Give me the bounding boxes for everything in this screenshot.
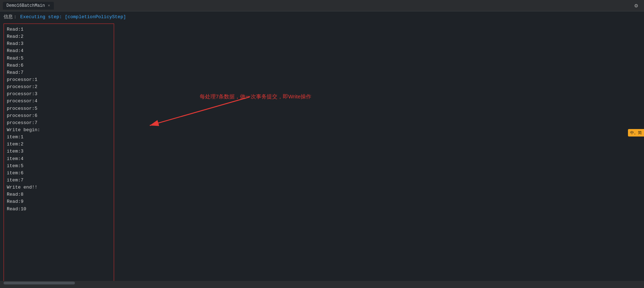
svg-line-1 — [150, 97, 250, 125]
console-line: item:2 — [7, 141, 111, 148]
console-line: processor:7 — [7, 119, 111, 127]
tab-close-icon[interactable]: × — [48, 4, 50, 8]
annotation-text: 每处理7条数据，做一次事务提交，即Write操作 — [200, 93, 311, 100]
annotation-container: 每处理7条数据，做一次事务提交，即Write操作 — [128, 93, 378, 136]
title-bar-right: ⚙ — [631, 1, 641, 11]
tab-demo16[interactable]: Demo16BatchMain × — [3, 2, 54, 10]
console-line: Read:6 — [7, 62, 111, 69]
settings-button[interactable]: ⚙ — [631, 1, 641, 11]
console-line: processor:6 — [7, 112, 111, 119]
annotation-area: 每处理7条数据，做一次事务提交，即Write操作 中。简 — [114, 22, 644, 280]
console-line: item:7 — [7, 177, 111, 184]
console-line: processor:4 — [7, 98, 111, 105]
console-line: processor:2 — [7, 83, 111, 91]
console-line: Write end!! — [7, 184, 111, 191]
title-bar: Demo16BatchMain × ⚙ — [0, 0, 644, 11]
console-line: Read:7 — [7, 69, 111, 76]
tab-label: Demo16BatchMain — [6, 3, 45, 8]
arrow-svg — [121, 79, 264, 136]
console-line: Read:8 — [7, 191, 111, 198]
language-badge: 中。简 — [628, 129, 644, 137]
title-bar-left: Demo16BatchMain × — [3, 2, 54, 10]
status-value: Executing step: [completionPolicyStep] — [20, 14, 126, 20]
bottom-bar — [0, 281, 644, 288]
console-line: item:6 — [7, 170, 111, 177]
console-line: Read:5 — [7, 55, 111, 62]
status-info-bar: 信息： Executing step: [completionPolicySte… — [0, 11, 644, 22]
gear-icon: ⚙ — [634, 2, 638, 9]
console-line: processor:1 — [7, 76, 111, 83]
scrollbar-thumb[interactable] — [4, 282, 75, 284]
console-line: Read:3 — [7, 40, 111, 47]
console-line: processor:3 — [7, 91, 111, 98]
console-line: item:3 — [7, 148, 111, 155]
console-line: item:4 — [7, 155, 111, 163]
console-line: Read:10 — [7, 206, 111, 213]
console-line: Read:9 — [7, 198, 111, 205]
main-content: Read:1Read:2Read:3Read:4Read:5Read:6Read… — [0, 22, 644, 280]
console-line: item:5 — [7, 163, 111, 170]
console-line: processor:5 — [7, 105, 111, 112]
console-line: Read:1 — [7, 26, 111, 33]
console-line: Write begin: — [7, 127, 111, 134]
console-line: Read:4 — [7, 47, 111, 55]
console-line: item:1 — [7, 134, 111, 141]
console-panel[interactable]: Read:1Read:2Read:3Read:4Read:5Read:6Read… — [4, 24, 114, 282]
status-label: 信息： — [4, 14, 17, 20]
lang-badge-text: 中。简 — [630, 130, 642, 135]
console-line: Read:2 — [7, 33, 111, 40]
